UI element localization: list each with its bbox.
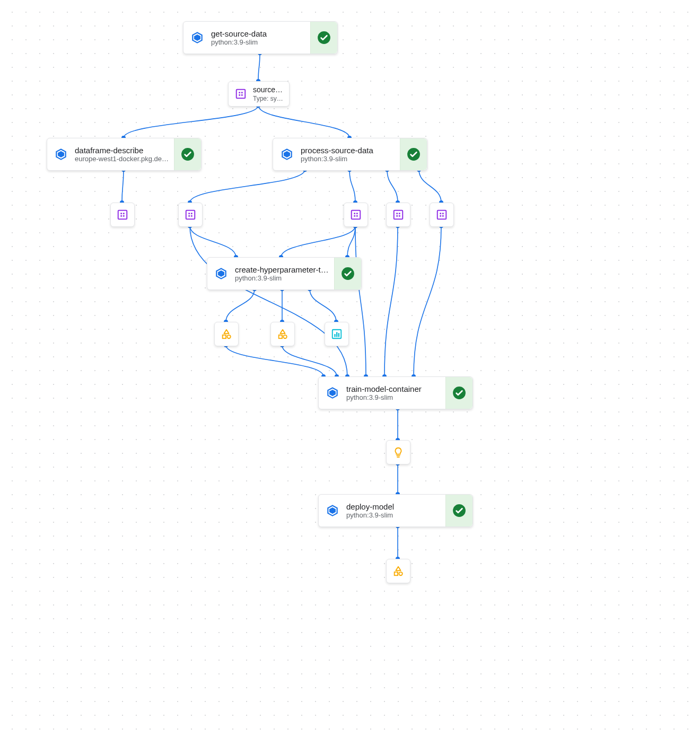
task-status — [400, 138, 427, 170]
svg-rect-30 — [442, 213, 444, 214]
svg-rect-17 — [191, 215, 192, 217]
task-node-task_get_source[interactable]: get-source-data python:3.9-slim — [183, 21, 338, 54]
svg-rect-26 — [396, 215, 398, 217]
task-type-icon — [319, 495, 346, 527]
svg-rect-19 — [354, 213, 355, 214]
task-title: process-source-data — [301, 146, 396, 155]
task-title: get-source-data — [211, 29, 306, 38]
artifact-node-art_d4[interactable] — [386, 203, 410, 227]
task-subtitle: python:3.9-slim — [235, 274, 330, 282]
edge — [282, 345, 337, 376]
task-node-task_deploy[interactable]: deploy-model python:3.9-slim — [318, 494, 473, 527]
task-title: train-model-container — [346, 384, 441, 393]
task-node-task_train[interactable]: train-model-container python:3.9-slim — [318, 376, 473, 409]
svg-rect-10 — [123, 213, 125, 214]
task-status — [445, 495, 472, 527]
container-icon — [190, 31, 204, 45]
svg-rect-8 — [118, 210, 127, 220]
svg-rect-31 — [440, 215, 441, 217]
edge — [226, 345, 323, 376]
svg-rect-2 — [239, 92, 240, 93]
task-title: create-hyperparameter-t… — [235, 265, 330, 274]
svg-rect-1 — [237, 90, 246, 99]
artifact-subtitle: Type: sy… — [253, 95, 285, 102]
check-circle-icon — [317, 31, 331, 45]
svg-rect-9 — [120, 213, 122, 214]
svg-rect-3 — [241, 92, 243, 93]
container-icon — [280, 147, 294, 161]
container-icon — [214, 267, 228, 280]
artifact-node-art_d1[interactable] — [110, 203, 135, 227]
artifact-type-icon — [229, 82, 253, 106]
task-type-icon — [273, 138, 301, 170]
edge — [258, 53, 260, 81]
bulb-icon — [392, 446, 404, 458]
svg-rect-28 — [438, 210, 447, 220]
svg-rect-36 — [279, 335, 282, 338]
pipeline-canvas[interactable]: get-source-data python:3.9-slim source… … — [0, 0, 700, 737]
task-subtitle: python:3.9-slim — [211, 38, 306, 46]
task-node-task_hparam[interactable]: create-hyperparameter-t… python:3.9-slim — [207, 257, 362, 290]
check-circle-icon — [452, 386, 466, 400]
edge — [419, 170, 441, 203]
task-node-task_process[interactable]: process-source-data python:3.9-slim — [273, 138, 427, 171]
check-circle-icon — [181, 147, 195, 161]
artifact-node-art_end[interactable] — [386, 559, 410, 583]
artifact-node-art_d3[interactable] — [344, 203, 368, 227]
edges-layer — [0, 0, 700, 737]
svg-rect-40 — [336, 332, 337, 337]
edge — [387, 170, 398, 203]
edge — [414, 226, 441, 376]
artifact-node-art_d2[interactable] — [178, 203, 203, 227]
task-type-icon — [319, 377, 346, 409]
dataset-icon — [436, 209, 448, 221]
svg-rect-12 — [123, 215, 125, 217]
svg-rect-21 — [354, 215, 355, 217]
artifact-node-art_metrics[interactable] — [325, 322, 349, 346]
task-subtitle: python:3.9-slim — [346, 393, 441, 401]
edge — [349, 170, 355, 203]
task-label: deploy-model python:3.9-slim — [346, 502, 445, 519]
task-subtitle: python:3.9-slim — [346, 511, 441, 519]
check-circle-icon — [341, 267, 355, 280]
container-icon — [54, 147, 68, 161]
artifact-node-art_light[interactable] — [386, 440, 410, 464]
artifact-node-art_source[interactable]: source… Type: sy… — [228, 81, 290, 107]
svg-rect-15 — [191, 213, 192, 214]
artifact-node-art_d5[interactable] — [430, 203, 454, 227]
svg-rect-4 — [239, 94, 240, 96]
task-subtitle: europe-west1-docker.pkg.dev… — [75, 155, 170, 163]
svg-rect-39 — [334, 334, 335, 337]
edge — [355, 226, 366, 376]
metrics-icon — [331, 328, 343, 340]
edge — [347, 226, 355, 257]
edge — [124, 106, 258, 138]
edge — [281, 226, 355, 257]
task-type-icon — [207, 258, 235, 289]
svg-rect-25 — [399, 213, 400, 214]
edge — [190, 226, 347, 376]
task-status — [334, 258, 361, 289]
task-status — [174, 138, 201, 170]
task-label: get-source-data python:3.9-slim — [211, 29, 310, 46]
svg-rect-34 — [223, 335, 226, 338]
artifact-node-art_m1[interactable] — [214, 322, 239, 346]
svg-rect-18 — [352, 210, 361, 220]
artifact-label: source… Type: sy… — [253, 85, 289, 102]
task-node-task_describe[interactable]: dataframe-describe europe-west1-docker.p… — [47, 138, 202, 171]
artifact-node-art_m2[interactable] — [270, 322, 295, 346]
dataset-icon — [350, 209, 362, 221]
task-label: dataframe-describe europe-west1-docker.p… — [75, 146, 174, 163]
task-title: dataframe-describe — [75, 146, 170, 155]
svg-rect-20 — [356, 213, 358, 214]
svg-rect-22 — [356, 215, 358, 217]
model-icon — [221, 328, 232, 340]
task-status — [310, 22, 337, 54]
svg-rect-23 — [394, 210, 403, 220]
edge — [258, 106, 349, 138]
edge — [226, 289, 255, 322]
task-label: train-model-container python:3.9-slim — [346, 384, 445, 401]
svg-rect-29 — [440, 213, 441, 214]
svg-point-35 — [227, 335, 230, 338]
container-icon — [326, 504, 339, 517]
